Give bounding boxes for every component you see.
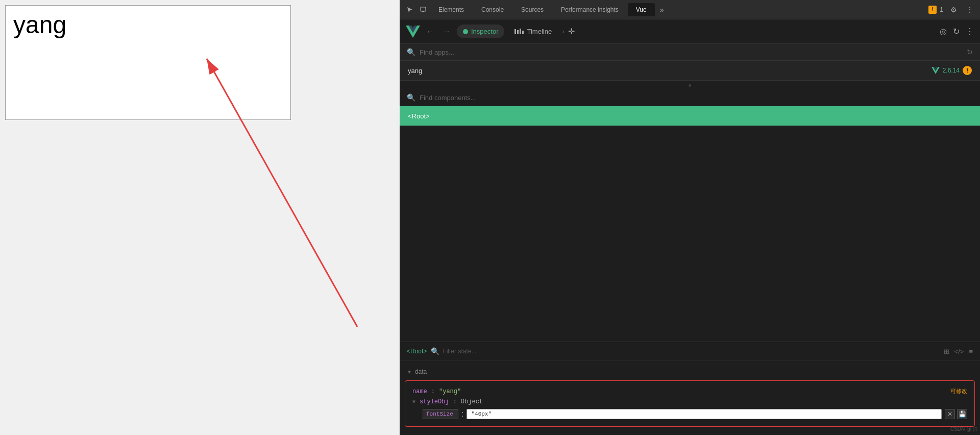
list-view-icon[interactable]: ≡ [969,348,973,355]
components-search-icon: 🔍 [407,93,415,102]
search-icon: 🔍 [407,48,415,56]
fontsize-key-input[interactable] [423,409,458,419]
cursor-icon[interactable] [404,4,416,16]
forward-arrow-icon[interactable]: → [440,25,453,38]
refresh-icon[interactable]: ↻ [953,27,960,36]
state-search: 🔍 [431,347,939,355]
fontsize-row: : ✕ 💾 [412,407,967,421]
state-panel: <Root> 🔍 ⊞ </> ≡ ▼ data name : [400,342,980,435]
version-number: 2.6.14 [943,67,960,74]
collapse-triangle[interactable]: ▼ [407,369,412,375]
input-actions: ✕ 💾 [945,409,967,419]
browser-tabs-bar: Elements Console Sources Performance ins… [400,0,980,19]
svg-rect-4 [514,29,516,34]
scroll-indicator: ∧ [400,81,980,89]
component-tree-area [400,126,980,342]
timeline-label: Timeline [527,28,552,35]
styleobj-row: ▼ styleObj : Object [412,397,967,407]
styleobj-type: Object [461,398,483,405]
svg-rect-2 [421,7,426,11]
tab-sources[interactable]: Sources [513,3,552,16]
warning-badge[interactable]: ! 1 [928,6,943,14]
svg-rect-7 [522,31,524,34]
devtools-panel: Elements Console Sources Performance ins… [400,0,980,435]
refresh-small-icon[interactable]: ↻ [967,48,973,56]
filter-state-input[interactable] [443,348,519,355]
webpage-preview: yang [0,0,400,435]
svg-rect-6 [520,29,521,34]
app-name: yang [408,67,422,75]
find-apps-bar: 🔍 ↻ [400,44,980,61]
state-header: <Root> 🔍 ⊞ </> ≡ [400,342,980,361]
fontsize-val-input[interactable] [467,409,942,419]
app-item[interactable]: yang 2.6.14 ! [400,61,980,81]
webpage-box: yang [5,5,291,120]
watermark: CSDN @ 洋 [950,426,978,433]
tabs-right-actions: ! 1 ⚙ ⋮ [928,4,976,16]
svg-rect-5 [517,30,519,34]
app-version-badge: 2.6.14 ! [932,66,972,75]
inspector-dot [463,29,468,34]
more-tabs-icon[interactable]: » [656,4,668,16]
back-arrow-icon[interactable]: ← [424,25,436,38]
more-options-icon[interactable]: ⋮ [966,27,974,36]
tab-console[interactable]: Console [473,3,512,16]
data-item-container: name : "yang" 可修改 ▼ styleObj : Object : [405,380,975,427]
device-icon[interactable] [417,4,429,16]
code-view-icon[interactable]: </> [954,348,964,355]
vue-v-icon [932,66,940,75]
save-edit-btn[interactable]: 💾 [957,409,967,419]
styleobj-key: styleObj [420,398,449,405]
tab-elements[interactable]: Elements [430,3,472,16]
svg-rect-3 [422,11,424,12]
toolbar-right: ◎ ↻ ⋮ [940,27,974,36]
section-label: data [415,368,427,375]
section-header: ▼ data [400,366,980,377]
state-search-icon: 🔍 [431,347,439,355]
root-link[interactable]: <Root> [407,348,427,355]
vue-devtools-toolbar: ← → Inspector Timeline › ✛ ◎ ↻ ⋮ [400,19,980,44]
vertical-dots-icon[interactable]: ⋮ [964,4,976,16]
styleobj-triangle[interactable]: ▼ [412,399,415,405]
crosshair-icon[interactable]: ✛ [568,27,575,36]
inspector-tab[interactable]: Inspector [457,25,504,38]
warning-icon: ! [963,66,972,75]
find-apps-input[interactable] [420,49,963,56]
find-components-bar: 🔍 [400,89,980,106]
editable-badge: 可修改 [950,388,967,395]
name-row: name : "yang" 可修改 [412,386,967,397]
find-components-input[interactable] [420,94,973,102]
name-key: name [412,388,427,395]
state-icons: ⊞ </> ≡ [944,348,973,355]
tab-vue[interactable]: Vue [628,3,655,16]
toggle-ui-icon[interactable]: ⊞ [944,348,949,355]
data-section: ▼ data name : "yang" 可修改 ▼ styleObj : Ob… [400,361,980,435]
yang-display: yang [6,6,290,44]
timeline-icon [514,28,524,35]
root-label: <Root> [408,112,430,120]
inspector-label: Inspector [471,28,498,35]
timeline-tab[interactable]: Timeline [508,25,558,38]
vue-logo-icon [406,25,420,39]
tab-performance[interactable]: Performance insights [553,3,627,16]
root-component-item[interactable]: <Root> [400,106,980,126]
settings-icon[interactable]: ⚙ [947,4,960,16]
target-icon[interactable]: ◎ [940,27,947,36]
chevron-right-icon: › [562,28,564,35]
name-value: "yang" [439,388,461,395]
cancel-edit-btn[interactable]: ✕ [945,409,955,419]
